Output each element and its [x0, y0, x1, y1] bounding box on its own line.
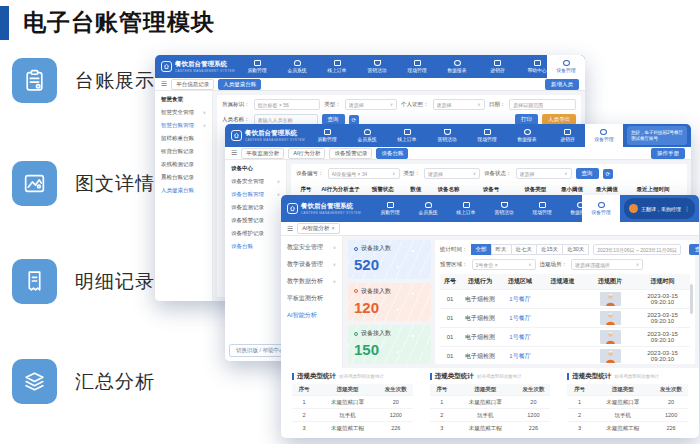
- sidebar-item[interactable]: 设备台账管理 ∨: [225, 188, 286, 201]
- reset-button[interactable]: ⟳: [349, 115, 360, 125]
- table-row[interactable]: 01 电子烟检测 1号餐厅: [440, 327, 690, 346]
- tab[interactable]: 设备台账: [376, 148, 408, 159]
- stat-card[interactable]: 设备接入数 520: [348, 240, 431, 279]
- tab[interactable]: 人员健康台账: [218, 79, 261, 90]
- tab[interactable]: 平台信息记录: [171, 79, 214, 90]
- segment-button[interactable]: 近30天: [562, 244, 589, 255]
- nav-item[interactable]: 现场管理: [523, 195, 561, 222]
- user-chip[interactable]: 您好，电子科技园2号餐厅 测试餐厅账号: [627, 126, 687, 145]
- segment-button[interactable]: 全部: [471, 244, 492, 255]
- nav-item[interactable]: 现场管理: [397, 55, 437, 78]
- sidebar-item[interactable]: 教室安全管理 ∨: [281, 239, 342, 256]
- nav-item-device-management[interactable]: 设备管理: [547, 55, 585, 78]
- area-link[interactable]: 1号餐厅: [500, 352, 540, 361]
- nav-item[interactable]: 营销活动: [427, 124, 467, 147]
- sidebar-item[interactable]: 平板监测分析 ∨: [281, 290, 342, 307]
- nav-item[interactable]: 进销存: [547, 124, 585, 147]
- sidebar-item[interactable]: 晨检台账记录 ∨: [155, 171, 212, 184]
- search-button[interactable]: 查询: [689, 244, 699, 255]
- sidebar-item[interactable]: 教学数据分析 ∨: [281, 273, 342, 290]
- nav-item-device-management[interactable]: 设备管理: [585, 124, 623, 147]
- violation-stat-panel: 违规类型统计 对违规类型和次数统计 序号违规类型发生次数 1未规范戴口罩20 2…: [286, 368, 419, 433]
- menu-icon[interactable]: ☰: [231, 149, 237, 157]
- sidebar-item[interactable]: AI智能分析 ∨: [281, 307, 342, 324]
- sidebar-item[interactable]: 收货台账记录 ∨: [155, 145, 212, 158]
- violation-photo[interactable]: [585, 330, 635, 344]
- type-select[interactable]: 请选择∨: [424, 168, 480, 179]
- table-row[interactable]: 01 电子烟检测 1号餐厅: [440, 308, 690, 327]
- nav-item[interactable]: 数据报表: [437, 55, 477, 78]
- table-scrollbar[interactable]: [690, 284, 693, 314]
- violation-photo[interactable]: [585, 292, 635, 306]
- nav-item[interactable]: 线上订单: [317, 55, 357, 78]
- segment-button[interactable]: 昨天: [491, 244, 512, 255]
- violation-stat-panel: 违规类型统计 对违规类型和次数统计 序号违规类型发生次数 1未规范戴口罩20 2…: [561, 368, 694, 433]
- sidebar-item[interactable]: 设备监测记录 ∨: [225, 201, 286, 214]
- sidebar-item[interactable]: 人员健康台账 ∨: [155, 184, 212, 197]
- nav-item[interactable]: 数据报表: [561, 195, 582, 222]
- stat-card[interactable]: 设备接入数 150: [348, 325, 431, 364]
- violation-photo[interactable]: [585, 349, 635, 363]
- panel-table-row: 3未规范戴工帽226: [567, 421, 688, 434]
- nav-item[interactable]: 帮助中心: [517, 55, 547, 78]
- search-button[interactable]: 查询: [576, 168, 599, 179]
- device-id-input[interactable]: AI设备编号 × 34∨: [328, 168, 400, 179]
- nav-item-device-management[interactable]: 设备管理: [582, 195, 620, 222]
- add-person-button[interactable]: 新增人员: [545, 79, 579, 90]
- area-link[interactable]: 1号餐厅: [500, 314, 540, 323]
- sidebar-item[interactable]: 教学设备管理 ∨: [281, 256, 342, 273]
- nav-item[interactable]: 数据报表: [507, 124, 547, 147]
- nav-item[interactable]: 线上订单: [387, 124, 427, 147]
- panel-table-rows: 1未规范戴口罩20 2玩手机1200 3未规范戴工帽226: [430, 395, 551, 434]
- nav-item[interactable]: 营销活动: [357, 55, 397, 78]
- table-row[interactable]: 01 电子烟检测 1号餐厅: [440, 289, 690, 308]
- sidebar-item[interactable]: 留样称重台账 ∨: [155, 132, 212, 145]
- nav-items: 后勤管理 会员系统 线上订单 营销活动 现场管理 数据报表: [237, 55, 547, 78]
- more-icon[interactable]: ⋮: [684, 205, 690, 212]
- tab[interactable]: 平板监测分析: [241, 148, 284, 159]
- violation-photo[interactable]: [585, 311, 635, 325]
- tab[interactable]: 设备预警记录: [329, 148, 372, 159]
- status-select[interactable]: 请选择∨: [516, 168, 572, 179]
- tab[interactable]: AI行为分析: [288, 148, 325, 159]
- nav-item[interactable]: 会员系统: [277, 55, 317, 78]
- sidebar-item[interactable]: 农残检测记录 ∨: [155, 158, 212, 171]
- nav-item[interactable]: 线上订单: [447, 195, 485, 222]
- nav-item[interactable]: 进销存: [477, 55, 517, 78]
- tab-bar: ☰ 平板监测分析AI行为分析设备预警记录设备台账 操作手册: [225, 147, 691, 160]
- table-row[interactable]: 01 电子烟检测 1号餐厅: [440, 346, 690, 365]
- filter-label: 违规场所：: [540, 261, 568, 268]
- stat-card[interactable]: 设备接入数 120: [348, 283, 431, 322]
- nav-item[interactable]: 后勤管理: [371, 195, 409, 222]
- manual-button[interactable]: 操作手册: [651, 148, 685, 159]
- sidebar-item[interactable]: 智慧台账管理 ∨: [155, 119, 212, 132]
- nav-item[interactable]: 后勤管理: [307, 124, 347, 147]
- tag-filter-input[interactable]: 批次标签 × 56: [254, 99, 321, 110]
- license-select[interactable]: 请选择∨: [433, 99, 485, 110]
- reset-button[interactable]: ⟳: [603, 169, 614, 179]
- area-select[interactable]: 1号食堂 ×∨: [472, 259, 536, 270]
- sidebar-item[interactable]: 设备安全管理 ∨: [225, 175, 286, 188]
- nav-item[interactable]: 营销活动: [485, 195, 523, 222]
- nav-item[interactable]: 会员系统: [347, 124, 387, 147]
- sidebar-item[interactable]: 设备台账 ∨: [225, 240, 286, 253]
- segment-button[interactable]: 近15天: [536, 244, 563, 255]
- place-select[interactable]: 请选择违规场所∨: [571, 259, 643, 270]
- close-icon[interactable]: ×: [331, 225, 334, 231]
- date-range-input[interactable]: 2023年10月06日 ~ 2023年11月06日: [593, 244, 681, 255]
- type-select[interactable]: 请选择∨: [345, 99, 397, 110]
- nav-item[interactable]: 会员系统: [409, 195, 447, 222]
- nav-item[interactable]: 现场管理: [467, 124, 507, 147]
- menu-icon[interactable]: ☰: [161, 80, 167, 88]
- sidebar-item[interactable]: 设备维护记录 ∨: [225, 227, 286, 240]
- sidebar-item[interactable]: 智慧安全管理 ∨: [155, 106, 212, 119]
- segment-button[interactable]: 近七天: [511, 244, 538, 255]
- user-chip[interactable]: 王翻译，采购经理 ⋮: [624, 198, 695, 219]
- sidebar-item[interactable]: 设备预警记录 ∨: [225, 214, 286, 227]
- menu-icon[interactable]: ☰: [287, 225, 293, 233]
- date-input[interactable]: 选择日期范围: [509, 99, 576, 110]
- nav-item[interactable]: 后勤管理: [237, 55, 277, 78]
- tab-ai-analysis[interactable]: AI智能分析×: [297, 223, 339, 234]
- area-link[interactable]: 1号餐厅: [500, 333, 540, 342]
- area-link[interactable]: 1号餐厅: [500, 295, 540, 304]
